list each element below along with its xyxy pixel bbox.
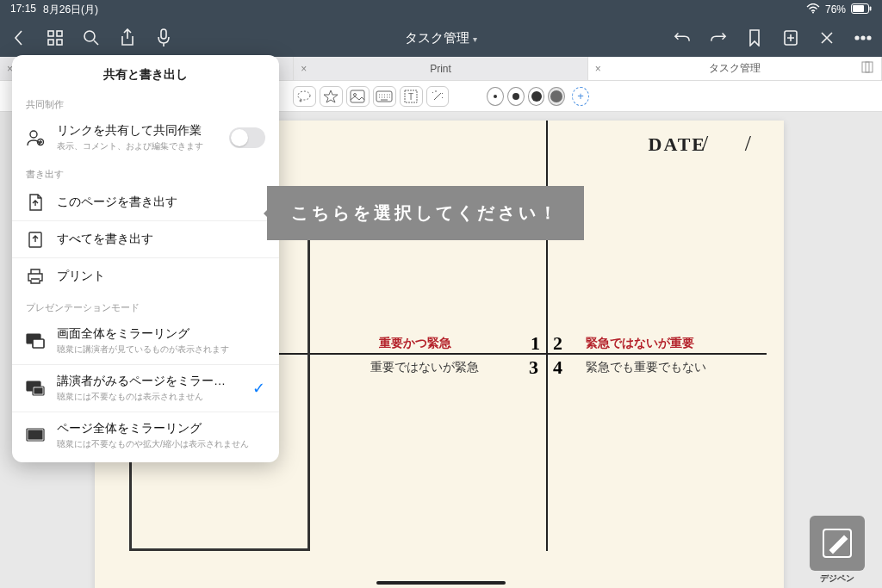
battery-icon [851,3,872,16]
export-all-icon [26,230,45,249]
add-color-icon[interactable]: + [572,87,589,106]
svg-rect-27 [33,339,44,348]
section-collab-label: 共同制作 [12,91,279,115]
person-add-icon [26,128,45,147]
status-bar: 17:15 8月26日(月) 76% [0,0,882,19]
menu-export-page[interactable]: このページを書き出す [12,184,279,220]
svg-rect-4 [48,31,53,36]
svg-rect-2 [853,5,864,12]
svg-rect-6 [48,40,53,45]
q3-number: 3 [529,356,538,379]
share-popover: 共有と書き出し 共同制作 リンクを共有して共同作業表示、コメント、および編集でき… [12,55,279,462]
date-label: DATE [649,133,707,156]
wifi-icon [806,3,820,16]
magic-tool-icon[interactable] [426,86,450,107]
menu-print[interactable]: プリント [12,258,279,294]
q1-label: 重要かつ緊急 [379,336,451,351]
menu-mirror-page[interactable]: ページ全体をミラーリング聴衆には不要なものや拡大/縮小は表示されません [12,412,279,459]
svg-point-13 [867,36,871,40]
share-icon[interactable] [119,29,136,46]
svg-point-17 [300,100,301,102]
date-slashes: / / [702,131,767,157]
mirror-presenter-icon [26,379,45,398]
svg-rect-31 [34,388,42,393]
search-icon[interactable] [83,29,100,46]
keyboard-tool-icon[interactable] [373,86,396,107]
svg-point-0 [812,11,814,13]
menu-mirror-presenter[interactable]: 講演者がみるページをミラー…聴衆には不要なものは表示されません ✓ [12,365,279,412]
print-icon [26,267,45,286]
stroke-thin-icon[interactable] [487,87,504,106]
menu-share-link[interactable]: リンクを共有して共同作業表示、コメント、および編集できます [12,115,279,161]
app-toolbar: タスク管理 ▾ [0,19,882,57]
svg-point-12 [861,36,865,40]
checkmark-icon: ✓ [252,379,265,398]
svg-rect-3 [870,6,872,10]
more-icon[interactable] [854,29,872,46]
export-page-icon [26,193,45,212]
section-presentation-label: プレゼンテーションモード [12,294,279,318]
document-title[interactable]: タスク管理 ▾ [405,30,477,46]
tab-close-icon[interactable]: × [301,63,307,75]
annotation-callout: こちらを選択してください！ [267,186,584,240]
section-export-label: 書き出す [12,161,279,184]
svg-point-23 [30,131,37,138]
menu-export-all[interactable]: すべてを書き出す [12,221,279,257]
bookmark-icon[interactable] [746,29,763,46]
collab-toggle[interactable] [229,127,265,148]
svg-text:T: T [408,92,413,102]
status-time: 17:15 [10,3,36,17]
svg-rect-9 [161,29,166,39]
grid-icon[interactable] [47,29,64,46]
svg-point-16 [298,91,310,100]
microphone-icon[interactable] [155,29,172,46]
watermark: デジペン [810,516,865,585]
home-indicator[interactable] [376,581,506,585]
svg-rect-5 [57,31,62,36]
watermark-label: デジペン [810,573,865,585]
svg-point-19 [354,93,357,96]
tab-task[interactable]: ×タスク管理 [588,57,882,80]
color-grey-icon[interactable] [548,87,565,106]
favorites-tool-icon[interactable] [320,86,343,107]
tab-print[interactable]: ×Print [294,57,587,80]
q3-label: 重要ではないが緊急 [370,360,479,375]
menu-mirror-screen[interactable]: 画面全体をミラーリング聴衆に講演者が見ているものが表示されます [12,318,279,364]
q2-number: 2 [553,332,562,355]
popover-title: 共有と書き出し [12,55,279,91]
image-tool-icon[interactable] [346,86,370,107]
vertical-divider [546,121,548,551]
svg-rect-7 [57,40,62,45]
svg-point-11 [855,36,859,40]
tab-close-icon[interactable]: × [595,63,601,75]
undo-icon[interactable] [674,29,691,46]
mirror-screen-icon [26,331,45,350]
mirror-page-icon [26,426,45,445]
svg-rect-18 [351,90,364,102]
redo-icon[interactable] [710,29,727,46]
stroke-med-icon[interactable] [507,87,525,106]
add-page-icon[interactable] [782,29,799,46]
status-date: 8月26日(月) [43,3,98,17]
q4-number: 4 [553,356,562,379]
watermark-icon [810,516,865,571]
q2-label: 緊急ではないが重要 [586,336,694,351]
close-icon[interactable] [818,29,835,46]
q1-number: 1 [531,332,540,355]
back-icon[interactable] [10,29,28,46]
text-tool-icon[interactable]: T [400,86,423,107]
page-icon[interactable] [860,60,874,77]
stroke-thick-icon[interactable] [528,87,545,106]
battery-percent: 76% [825,3,846,15]
svg-point-8 [84,31,95,41]
lasso-tool-icon[interactable] [293,86,316,107]
svg-rect-33 [28,430,42,439]
q4-label: 緊急でも重要でもない [586,360,706,375]
